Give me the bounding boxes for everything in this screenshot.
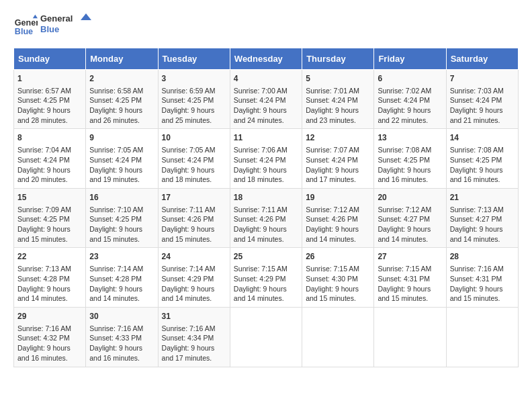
daylight-label: Daylight: 9 hours and 16 minutes. — [450, 166, 503, 184]
sunset-label: Sunset: 4:24 PM — [306, 156, 358, 164]
sunrise-label: Sunrise: 7:08 AM — [450, 146, 504, 154]
sunset-label: Sunset: 4:25 PM — [17, 215, 70, 223]
day-number: 12 — [306, 132, 370, 144]
day-number: 3 — [162, 73, 226, 85]
logo: General Blue General Blue — [13, 11, 94, 41]
sunrise-label: Sunrise: 7:12 AM — [306, 205, 359, 214]
day-number: 20 — [378, 192, 442, 203]
column-header-monday: Monday — [86, 48, 158, 69]
calendar-cell: 20Sunrise: 7:12 AMSunset: 4:27 PMDayligh… — [374, 188, 446, 248]
sunset-label: Sunset: 4:28 PM — [17, 275, 70, 283]
sunset-label: Sunset: 4:27 PM — [378, 215, 430, 223]
sunrise-label: Sunrise: 7:00 AM — [234, 87, 287, 95]
sunrise-label: Sunrise: 6:57 AM — [17, 87, 71, 95]
daylight-label: Daylight: 9 hours and 17 minutes. — [162, 344, 215, 362]
daylight-label: Daylight: 9 hours and 21 minutes. — [450, 106, 503, 124]
sunset-label: Sunset: 4:30 PM — [306, 275, 358, 283]
day-number: 2 — [89, 73, 154, 85]
sunrise-label: Sunrise: 7:16 AM — [450, 265, 504, 273]
sunrise-label: Sunrise: 7:13 AM — [17, 265, 71, 273]
calendar-cell: 16Sunrise: 7:10 AMSunset: 4:25 PMDayligh… — [86, 188, 158, 248]
day-number: 15 — [17, 192, 82, 203]
day-number: 6 — [378, 73, 442, 85]
calendar-cell — [446, 307, 518, 367]
calendar-week-row: 8Sunrise: 7:04 AMSunset: 4:24 PMDaylight… — [14, 129, 519, 189]
calendar-week-row: 15Sunrise: 7:09 AMSunset: 4:25 PMDayligh… — [14, 188, 519, 248]
daylight-label: Daylight: 9 hours and 14 minutes. — [162, 285, 215, 303]
day-number: 17 — [162, 192, 226, 203]
sunset-label: Sunset: 4:34 PM — [162, 334, 214, 342]
daylight-label: Daylight: 9 hours and 14 minutes. — [378, 225, 431, 243]
calendar-cell: 12Sunrise: 7:07 AMSunset: 4:24 PMDayligh… — [302, 129, 374, 189]
calendar-cell: 15Sunrise: 7:09 AMSunset: 4:25 PMDayligh… — [14, 188, 86, 248]
daylight-label: Daylight: 9 hours and 19 minutes. — [89, 166, 142, 184]
calendar-table: SundayMondayTuesdayWednesdayThursdayFrid… — [13, 48, 519, 367]
day-number: 26 — [306, 251, 370, 263]
sunrise-label: Sunrise: 7:06 AM — [234, 146, 287, 154]
sunrise-label: Sunrise: 7:05 AM — [89, 146, 143, 154]
calendar-week-row: 1Sunrise: 6:57 AMSunset: 4:25 PMDaylight… — [14, 69, 519, 129]
sunrise-label: Sunrise: 7:13 AM — [450, 205, 504, 214]
sunset-label: Sunset: 4:26 PM — [234, 215, 286, 223]
daylight-label: Daylight: 9 hours and 17 minutes. — [306, 166, 359, 184]
sunset-label: Sunset: 4:29 PM — [234, 275, 286, 283]
calendar-cell: 3Sunrise: 6:59 AMSunset: 4:25 PMDaylight… — [158, 69, 230, 129]
sunrise-label: Sunrise: 7:10 AM — [89, 205, 143, 214]
day-number: 21 — [450, 192, 515, 203]
sunrise-label: Sunrise: 7:16 AM — [17, 324, 71, 332]
sunset-label: Sunset: 4:24 PM — [234, 96, 286, 104]
sunset-label: Sunset: 4:24 PM — [89, 156, 142, 164]
day-number: 23 — [89, 251, 154, 263]
daylight-label: Daylight: 9 hours and 15 minutes. — [378, 285, 431, 303]
sunrise-label: Sunrise: 7:14 AM — [89, 265, 143, 273]
day-number: 5 — [306, 73, 370, 85]
daylight-label: Daylight: 9 hours and 14 minutes. — [234, 225, 287, 243]
calendar-cell: 19Sunrise: 7:12 AMSunset: 4:26 PMDayligh… — [302, 188, 374, 248]
daylight-label: Daylight: 9 hours and 14 minutes. — [306, 225, 359, 243]
sunset-label: Sunset: 4:24 PM — [17, 156, 70, 164]
sunset-label: Sunset: 4:28 PM — [89, 275, 142, 283]
sunset-label: Sunset: 4:24 PM — [378, 96, 430, 104]
calendar-cell: 25Sunrise: 7:15 AMSunset: 4:29 PMDayligh… — [230, 248, 302, 308]
calendar-cell: 28Sunrise: 7:16 AMSunset: 4:31 PMDayligh… — [446, 248, 518, 308]
daylight-label: Daylight: 9 hours and 28 minutes. — [17, 106, 71, 124]
sunrise-label: Sunrise: 7:05 AM — [162, 146, 216, 154]
day-number: 16 — [89, 192, 154, 203]
daylight-label: Daylight: 9 hours and 16 minutes. — [89, 344, 142, 362]
calendar-cell: 24Sunrise: 7:14 AMSunset: 4:29 PMDayligh… — [158, 248, 230, 308]
calendar-week-row: 29Sunrise: 7:16 AMSunset: 4:32 PMDayligh… — [14, 307, 519, 367]
sunrise-label: Sunrise: 7:09 AM — [17, 205, 71, 214]
sunset-label: Sunset: 4:31 PM — [450, 275, 502, 283]
sunset-label: Sunset: 4:31 PM — [378, 275, 430, 283]
svg-marker-5 — [81, 13, 91, 20]
column-header-thursday: Thursday — [302, 48, 374, 69]
daylight-label: Daylight: 9 hours and 18 minutes. — [162, 166, 215, 184]
calendar-header-row: SundayMondayTuesdayWednesdayThursdayFrid… — [14, 48, 519, 69]
daylight-label: Daylight: 9 hours and 14 minutes. — [17, 285, 71, 303]
day-number: 25 — [234, 251, 298, 263]
calendar-cell: 9Sunrise: 7:05 AMSunset: 4:24 PMDaylight… — [86, 129, 158, 189]
day-number: 10 — [162, 132, 226, 144]
daylight-label: Daylight: 9 hours and 26 minutes. — [89, 106, 142, 124]
sunset-label: Sunset: 4:26 PM — [162, 215, 214, 223]
day-number: 31 — [162, 311, 226, 322]
day-number: 4 — [234, 73, 298, 85]
sunrise-label: Sunrise: 7:15 AM — [234, 265, 287, 273]
day-number: 9 — [89, 132, 154, 144]
sunset-label: Sunset: 4:25 PM — [17, 96, 70, 104]
column-header-friday: Friday — [374, 48, 446, 69]
calendar-cell: 2Sunrise: 6:58 AMSunset: 4:25 PMDaylight… — [86, 69, 158, 129]
daylight-label: Daylight: 9 hours and 18 minutes. — [234, 166, 287, 184]
calendar-cell: 23Sunrise: 7:14 AMSunset: 4:28 PMDayligh… — [86, 248, 158, 308]
sunset-label: Sunset: 4:25 PM — [89, 215, 142, 223]
column-header-tuesday: Tuesday — [158, 48, 230, 69]
sunrise-label: Sunrise: 7:11 AM — [234, 205, 287, 214]
calendar-cell: 14Sunrise: 7:08 AMSunset: 4:25 PMDayligh… — [446, 129, 518, 189]
sunrise-label: Sunrise: 7:12 AM — [378, 205, 431, 214]
calendar-cell — [374, 307, 446, 367]
day-number: 28 — [450, 251, 515, 263]
daylight-label: Daylight: 9 hours and 14 minutes. — [234, 285, 287, 303]
calendar-cell: 1Sunrise: 6:57 AMSunset: 4:25 PMDaylight… — [14, 69, 86, 129]
svg-text:Blue: Blue — [15, 27, 33, 36]
day-number: 8 — [17, 132, 82, 144]
